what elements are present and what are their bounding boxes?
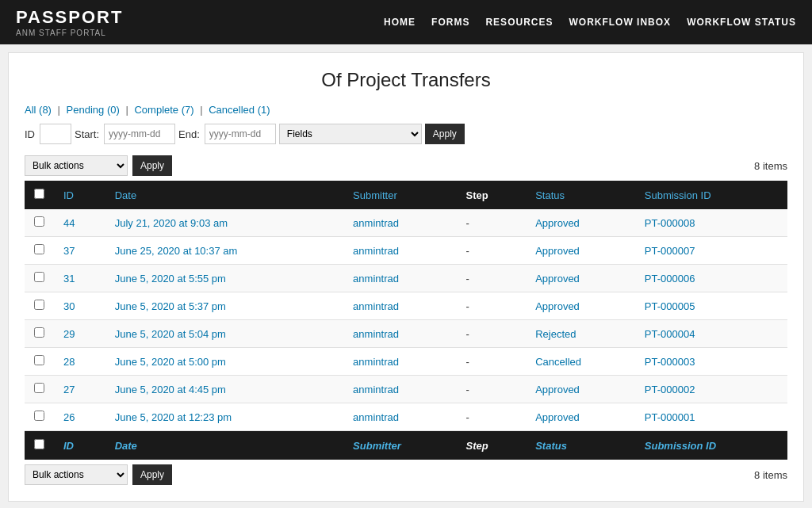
start-date-input[interactable] — [104, 124, 175, 144]
nav-workflow-inbox[interactable]: WORKFLOW INBOX — [569, 17, 671, 28]
row-submission-id-4: PT-000004 — [635, 320, 787, 348]
col-status-footer-link[interactable]: Status — [535, 440, 567, 452]
row-id-link-4[interactable]: 29 — [63, 328, 75, 340]
row-submitter-link-5[interactable]: anmintrad — [353, 356, 399, 368]
row-status-1: Approved — [526, 237, 635, 265]
start-label: Start: — [75, 128, 99, 140]
row-submitter-link-0[interactable]: anmintrad — [353, 217, 399, 229]
row-step-6: - — [456, 376, 526, 403]
row-step-0: - — [456, 209, 526, 237]
row-id-link-6[interactable]: 27 — [63, 384, 75, 395]
row-step-5: - — [456, 348, 526, 376]
row-checkbox-2[interactable] — [34, 272, 44, 282]
search-apply-button[interactable]: Apply — [425, 124, 465, 144]
row-submitter-4: anmintrad — [343, 320, 456, 348]
end-label: End: — [178, 128, 200, 140]
col-date-footer-link[interactable]: Date — [115, 440, 137, 452]
row-submission-id-link-0[interactable]: PT-000008 — [645, 217, 695, 229]
col-date-link[interactable]: Date — [115, 189, 136, 201]
row-date-link-2[interactable]: June 5, 2020 at 5:55 pm — [115, 273, 226, 285]
nav-forms[interactable]: FORMS — [431, 17, 469, 28]
col-submission-id-link[interactable]: Submission ID — [645, 189, 711, 201]
bulk-actions-bottom-apply-button[interactable]: Apply — [132, 464, 172, 485]
row-status-2: Approved — [526, 265, 635, 292]
row-checkbox-1[interactable] — [34, 244, 44, 254]
row-submission-id-link-7[interactable]: PT-000001 — [645, 411, 695, 423]
row-step-2: - — [456, 265, 526, 292]
filter-cancelled[interactable]: Cancelled (1) — [209, 104, 270, 116]
row-submission-id-link-5[interactable]: PT-000003 — [645, 356, 695, 368]
logo: PASSPORT — [16, 7, 123, 28]
row-id-link-7[interactable]: 26 — [63, 411, 75, 423]
table-row: 30 June 5, 2020 at 5:37 pm anmintrad - A… — [25, 292, 787, 320]
nav-workflow-status[interactable]: WORKFLOW STATUS — [687, 17, 796, 28]
filter-all[interactable]: All (8) — [25, 104, 52, 116]
col-status-link[interactable]: Status — [535, 189, 565, 201]
bulk-actions-bottom-select[interactable]: Bulk actions Delete — [25, 464, 128, 485]
row-id-link-5[interactable]: 28 — [63, 356, 75, 368]
row-submission-id-link-6[interactable]: PT-000002 — [645, 384, 695, 395]
row-checkbox-4[interactable] — [34, 327, 44, 338]
row-submission-id-link-4[interactable]: PT-000004 — [645, 328, 695, 340]
row-date-4: June 5, 2020 at 5:04 pm — [105, 320, 343, 348]
row-submission-id-6: PT-000002 — [635, 376, 787, 403]
row-id-5: 28 — [54, 348, 105, 376]
nav-home[interactable]: HOME — [384, 17, 416, 28]
row-id-7: 26 — [54, 403, 105, 431]
row-submission-id-link-2[interactable]: PT-000006 — [645, 273, 695, 285]
row-date-link-6[interactable]: June 5, 2020 at 4:45 pm — [115, 384, 226, 395]
row-submitter-link-2[interactable]: anmintrad — [353, 273, 399, 285]
col-step-header: Step — [456, 181, 526, 209]
end-date-input[interactable] — [205, 124, 276, 144]
row-id-link-2[interactable]: 31 — [63, 273, 75, 285]
col-submission-id-footer-link[interactable]: Submission ID — [645, 440, 716, 452]
row-date-0: July 21, 2020 at 9:03 am — [105, 209, 343, 237]
row-id-link-0[interactable]: 44 — [63, 217, 75, 229]
row-step-3: - — [456, 292, 526, 320]
row-submitter-link-6[interactable]: anmintrad — [353, 384, 399, 395]
row-submitter-link-4[interactable]: anmintrad — [353, 328, 399, 340]
bulk-actions-top-apply-button[interactable]: Apply — [132, 155, 172, 176]
row-date-2: June 5, 2020 at 5:55 pm — [105, 265, 343, 292]
filter-pending[interactable]: Pending (0) — [67, 104, 120, 116]
row-date-link-1[interactable]: June 25, 2020 at 10:37 am — [115, 245, 238, 257]
row-checkbox-3[interactable] — [34, 300, 44, 310]
filter-complete[interactable]: Complete (7) — [134, 104, 193, 116]
row-id-2: 31 — [54, 265, 105, 292]
nav-resources[interactable]: RESOURCES — [485, 17, 553, 28]
row-date-link-0[interactable]: July 21, 2020 at 9:03 am — [115, 217, 228, 229]
row-id-0: 44 — [54, 209, 105, 237]
subtitle: ANM STAFF PORTAL — [16, 29, 123, 37]
row-submitter-link-3[interactable]: anmintrad — [353, 300, 399, 312]
row-submitter-2: anmintrad — [343, 265, 456, 292]
header: PASSPORT ANM STAFF PORTAL HOME FORMS RES… — [0, 0, 812, 44]
row-id-link-3[interactable]: 30 — [63, 300, 75, 312]
bulk-actions-top-select[interactable]: Bulk actions Delete — [25, 155, 128, 176]
row-checkbox-0[interactable] — [34, 216, 44, 227]
row-checkbox-5[interactable] — [34, 355, 44, 365]
brand: PASSPORT ANM STAFF PORTAL — [16, 7, 123, 36]
row-submitter-link-7[interactable]: anmintrad — [353, 411, 399, 423]
fields-select[interactable]: Fields ID Date Submitter Status — [279, 124, 422, 144]
row-id-6: 27 — [54, 376, 105, 403]
row-submission-id-link-1[interactable]: PT-000007 — [645, 245, 695, 257]
select-all-top-checkbox[interactable] — [34, 189, 44, 199]
select-all-bottom-checkbox[interactable] — [34, 439, 44, 449]
row-date-link-4[interactable]: June 5, 2020 at 5:04 pm — [115, 328, 226, 340]
row-submitter-link-1[interactable]: anmintrad — [353, 245, 399, 257]
row-date-link-5[interactable]: June 5, 2020 at 5:00 pm — [115, 356, 226, 368]
row-id-link-1[interactable]: 37 — [63, 245, 75, 257]
row-submission-id-link-3[interactable]: PT-000005 — [645, 300, 695, 312]
row-submission-id-5: PT-000003 — [635, 348, 787, 376]
col-id-footer-link[interactable]: ID — [63, 440, 74, 452]
id-input[interactable] — [40, 124, 71, 144]
row-submitter-6: anmintrad — [343, 376, 456, 403]
col-submitter-footer-link[interactable]: Submitter — [353, 440, 401, 452]
row-date-link-7[interactable]: June 5, 2020 at 12:23 pm — [115, 411, 232, 423]
row-checkbox-7[interactable] — [34, 411, 44, 421]
row-checkbox-6[interactable] — [34, 383, 44, 393]
row-submitter-5: anmintrad — [343, 348, 456, 376]
col-id-link[interactable]: ID — [63, 189, 74, 201]
col-submitter-link[interactable]: Submitter — [353, 189, 397, 201]
row-date-link-3[interactable]: June 5, 2020 at 5:37 pm — [115, 300, 226, 312]
